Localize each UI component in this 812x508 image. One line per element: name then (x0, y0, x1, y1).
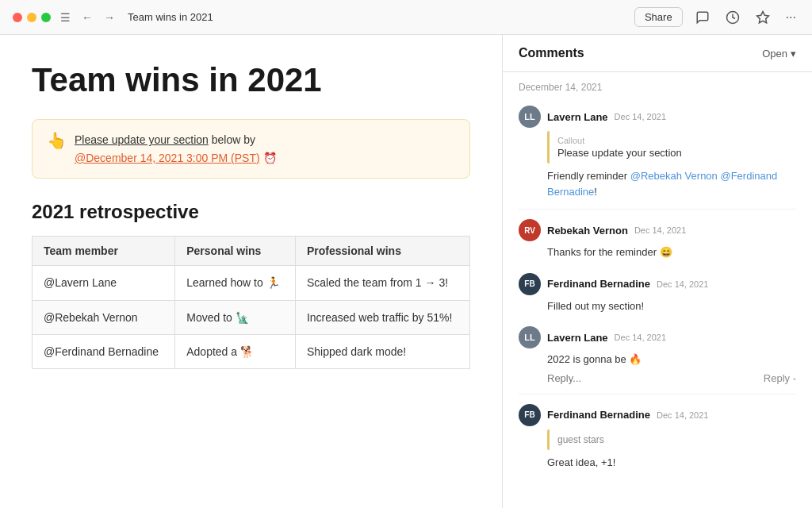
minimize-dot[interactable] (27, 13, 36, 22)
comments-list: December 14, 2021 LL Lavern Lane Dec 14,… (503, 72, 812, 508)
content-area: Team wins in 2021 👆 Please update your s… (0, 35, 503, 508)
callout-emoji: 👆 (47, 131, 67, 150)
toolbar-right: Share ··· (634, 7, 799, 27)
section-title: 2021 retrospective (32, 201, 470, 223)
comment-date-5: Dec 14, 2021 (657, 410, 708, 420)
comment-body: Friendly reminder @Rebekah Vernon @Ferdi… (547, 168, 796, 199)
comment-header-5: FB Ferdinand Bernadine Dec 14, 2021 (519, 404, 796, 426)
avatar-ferdinand-2: FB (519, 404, 541, 426)
comment-header: LL Lavern Lane Dec 14, 2021 (519, 106, 796, 128)
comment-author-2: Rebekah Vernon (547, 225, 628, 237)
callout-alarm: ⏰ (263, 152, 277, 164)
comment-author-5: Ferdinand Bernadine (547, 409, 650, 421)
comment-thread-4: LL Lavern Lane Dec 14, 2021 2022 is gonn… (503, 320, 812, 391)
comment-thread-3: FB Ferdinand Bernadine Dec 14, 2021 Fill… (503, 267, 812, 321)
col-header-professional: Professional wins (295, 237, 469, 266)
cell-member: @Lavern Lane (33, 266, 175, 300)
breadcrumb: Team wins in 2021 (128, 11, 634, 23)
mention-rebekah: @Rebekah Vernon (630, 170, 718, 182)
cell-personal: Learned how to 🏃 (175, 266, 296, 300)
guest-stars-callout: guest stars (547, 429, 796, 450)
cell-professional: Scaled the team from 1 → 3! (295, 266, 469, 300)
callout-date: @December 14, 2021 3:00 PM (PST) (75, 152, 260, 164)
history-icon[interactable] (722, 9, 743, 26)
callout-underlined-text: Please update your section (75, 133, 209, 146)
comment-author-3: Ferdinand Bernadine (547, 278, 650, 290)
comment-author: Lavern Lane (547, 111, 608, 123)
avatar-rebekah: RV (519, 219, 541, 241)
open-button[interactable]: Open ▾ (762, 48, 796, 60)
avatar-lavern-2: LL (519, 326, 541, 348)
page-title: Team wins in 2021 (32, 60, 470, 100)
comments-title: Comments (519, 46, 584, 60)
maximize-dot[interactable] (41, 13, 51, 22)
comment-author-4: Lavern Lane (547, 332, 608, 344)
date-divider: December 14, 2021 (503, 72, 812, 99)
comment-header-4: LL Lavern Lane Dec 14, 2021 (519, 326, 796, 348)
avatar-lavern-1: LL (519, 106, 541, 128)
reply-row: Reply - (547, 372, 796, 384)
main-layout: Team wins in 2021 👆 Please update your s… (0, 35, 812, 508)
table-row: @Lavern LaneLearned how to 🏃Scaled the t… (33, 266, 470, 300)
table-row: @Rebekah VernonMoved to 🗽Increased web t… (33, 300, 470, 334)
comment-body-3: Filled out my section! (547, 298, 796, 314)
comment-date-3: Dec 14, 2021 (657, 279, 708, 289)
comment-date-2: Dec 14, 2021 (634, 225, 686, 235)
traffic-lights (13, 13, 51, 22)
reply-button[interactable]: Reply - (764, 372, 796, 384)
comment-date-4: Dec 14, 2021 (615, 333, 666, 342)
comment-body-2: Thanks for the reminder 😄 (547, 244, 796, 260)
title-bar: ☰ ← → Team wins in 2021 Share ··· (0, 0, 812, 35)
forward-button[interactable]: → (101, 10, 118, 25)
callout-content: Please update your section below by @Dec… (75, 131, 277, 167)
close-dot[interactable] (13, 13, 22, 22)
comment-icon[interactable] (692, 9, 713, 26)
callout-comment-label: Callout (557, 136, 788, 145)
col-header-member: Team member (33, 237, 175, 266)
comment-thread-5: FB Ferdinand Bernadine Dec 14, 2021 gues… (503, 398, 812, 477)
comment-body-5: Great idea, +1! (547, 455, 796, 471)
separator-2 (519, 394, 796, 394)
hamburger-icon[interactable]: ☰ (60, 11, 71, 24)
comment-header-3: FB Ferdinand Bernadine Dec 14, 2021 (519, 273, 796, 295)
callout-comment-text: Please update your section (557, 147, 788, 159)
svg-marker-1 (756, 11, 768, 22)
col-header-personal: Personal wins (175, 237, 296, 266)
comment-date: Dec 14, 2021 (615, 112, 666, 121)
cell-personal: Adopted a 🐕 (175, 334, 296, 368)
reply-input[interactable] (547, 372, 757, 384)
separator-1 (519, 209, 796, 210)
cell-professional: Increased web traffic by 51%! (295, 300, 469, 334)
retrospective-table: Team member Personal wins Professional w… (32, 236, 470, 369)
star-icon[interactable] (753, 9, 773, 26)
back-button[interactable]: ← (79, 10, 96, 25)
comment-thread-2: RV Rebekah Vernon Dec 14, 2021 Thanks fo… (503, 213, 812, 267)
callout-comment-box: Callout Please update your section (547, 131, 796, 164)
share-button[interactable]: Share (634, 7, 683, 27)
nav-arrows: ← → (79, 10, 118, 25)
cell-personal: Moved to 🗽 (175, 300, 296, 334)
cell-member: @Rebekah Vernon (33, 300, 175, 334)
avatar-ferdinand-1: FB (519, 273, 541, 295)
cell-professional: Shipped dark mode! (295, 334, 469, 368)
comment-body-4: 2022 is gonna be 🔥 (547, 352, 796, 368)
callout-box: 👆 Please update your section below by @D… (32, 119, 470, 179)
more-options-icon[interactable]: ··· (783, 9, 799, 26)
table-row: @Ferdinand BernadineAdopted a 🐕Shipped d… (33, 334, 470, 368)
cell-member: @Ferdinand Bernadine (33, 334, 175, 368)
callout-below-text: below by (209, 133, 255, 146)
comment-header-2: RV Rebekah Vernon Dec 14, 2021 (519, 219, 796, 241)
comments-header: Comments Open ▾ (503, 35, 812, 72)
comments-panel: Comments Open ▾ December 14, 2021 LL Lav… (503, 35, 812, 508)
guest-stars-label: guest stars (557, 434, 788, 445)
comment-thread-1: LL Lavern Lane Dec 14, 2021 Callout Plea… (503, 99, 812, 206)
